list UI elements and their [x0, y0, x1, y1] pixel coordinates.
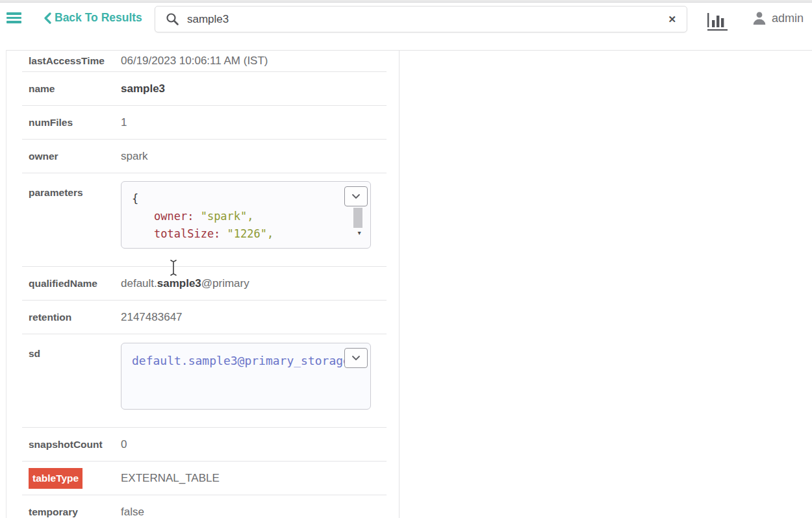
json-open-brace: { — [132, 190, 370, 208]
user-name-label: admin — [772, 12, 804, 25]
properties-table: lastAccessTime 06/19/2023 10:06:11 AM (I… — [6, 51, 399, 518]
user-menu[interactable]: admin — [752, 11, 804, 25]
property-row-snapshotcount: snapshotCount 0 — [22, 428, 387, 462]
property-key: numFiles — [22, 117, 121, 129]
json-line: owner: "spark", — [132, 208, 370, 225]
property-key: snapshotCount — [22, 439, 121, 450]
panel-divider — [399, 50, 400, 518]
search-input[interactable] — [179, 13, 668, 26]
property-row-sd: sd default.sample3@primary_storage — [22, 334, 387, 428]
property-row-qualifiedname: qualifiedName default.sample3@primary — [22, 267, 387, 301]
statistics-button[interactable] — [705, 11, 730, 32]
property-row-lastaccesstime: lastAccessTime 06/19/2023 10:06:11 AM (I… — [22, 51, 387, 72]
expand-parameters-button[interactable] — [344, 186, 368, 206]
header-bar: Back To Results ✕ — [0, 3, 812, 50]
scrollbar-down-arrow[interactable]: ▾ — [357, 228, 362, 237]
property-value: 0 — [121, 438, 127, 451]
property-row-retention: retention 2147483647 — [22, 301, 387, 334]
chevron-left-icon — [44, 12, 51, 24]
property-key: qualifiedName — [22, 278, 121, 290]
sd-reference-box: default.sample3@primary_storage — [121, 343, 371, 410]
scrollbar-thumb[interactable] — [353, 208, 362, 228]
user-icon — [752, 11, 767, 25]
property-key: parameters — [22, 173, 121, 199]
back-to-results-link[interactable]: Back To Results — [44, 11, 142, 25]
property-key: owner — [22, 151, 121, 162]
property-value: spark — [121, 150, 148, 163]
json-line: totalSize: "1226", — [132, 225, 370, 243]
property-row-name: name sample3 — [22, 72, 387, 106]
sd-reference-link[interactable]: default.sample3@primary_storage — [132, 354, 346, 367]
property-value: 1 — [121, 116, 127, 129]
search-match-text: sample3 — [157, 277, 201, 290]
property-key: lastAccessTime — [22, 55, 121, 67]
parameters-json-box: { owner: "spark", totalSize: "1226", ▾ — [121, 181, 371, 249]
property-key: temporary — [22, 506, 121, 518]
back-to-results-label: Back To Results — [55, 11, 142, 25]
text-ibeam-cursor — [169, 259, 178, 277]
chevron-down-icon — [351, 193, 361, 199]
search-box[interactable]: ✕ — [155, 6, 687, 32]
property-row-tabletype: tableType EXTERNAL_TABLE — [22, 462, 387, 495]
property-value: sample3 — [121, 82, 165, 95]
clear-search-icon[interactable]: ✕ — [668, 14, 676, 25]
property-key: retention — [22, 312, 121, 323]
search-icon — [166, 12, 179, 26]
property-key: name — [22, 83, 121, 95]
menu-hamburger-icon[interactable] — [6, 12, 21, 23]
property-row-temporary: temporary false — [22, 495, 387, 518]
property-row-numfiles: numFiles 1 — [22, 106, 387, 140]
property-row-parameters: parameters { owner: "spark", totalSize: … — [22, 173, 387, 267]
page: Back To Results ✕ — [0, 0, 812, 518]
property-value: default.sample3@primary — [121, 277, 249, 290]
expand-sd-button[interactable] — [344, 348, 368, 368]
top-border-strip — [0, 0, 812, 3]
bar-chart-icon — [706, 12, 730, 31]
property-key: sd — [22, 334, 121, 360]
property-value: 2147483647 — [121, 311, 183, 324]
property-value: EXTERNAL_TABLE — [121, 472, 220, 485]
property-key: tableType — [22, 468, 121, 489]
property-row-owner: owner spark — [22, 140, 387, 173]
property-value: false — [121, 506, 144, 518]
property-value: 06/19/2023 10:06:11 AM (IST) — [121, 55, 268, 68]
search-match-highlight: tableType — [29, 468, 82, 489]
chevron-down-icon — [351, 355, 361, 361]
